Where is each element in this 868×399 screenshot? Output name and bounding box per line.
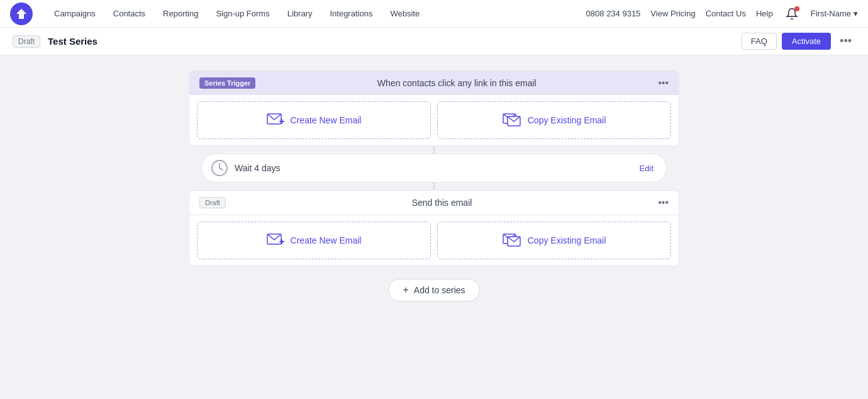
- plus-icon: +: [403, 284, 408, 296]
- trigger-more-button[interactable]: •••: [658, 77, 669, 89]
- draft-actions: Create New Email Copy Existing Email: [189, 215, 679, 266]
- create-new-email-label: Create New Email: [291, 115, 362, 125]
- trigger-card-header: Series Trigger When contacts click any l…: [189, 71, 679, 95]
- wait-bubble: Wait 4 days Edit: [201, 154, 667, 183]
- trigger-copy-existing-email-button[interactable]: Copy Existing Email: [437, 101, 671, 139]
- create-email-icon: [267, 113, 284, 127]
- nav-contact-us[interactable]: Contact Us: [706, 9, 746, 18]
- nav-link-reporting[interactable]: Reporting: [154, 0, 207, 28]
- nav-help[interactable]: Help: [756, 9, 773, 18]
- wait-edit-button[interactable]: Edit: [640, 164, 654, 173]
- draft-card-badge: Draft: [199, 197, 226, 208]
- copy-email-icon: [503, 113, 521, 127]
- trigger-card: Series Trigger When contacts click any l…: [189, 70, 679, 146]
- send-email-text: Send this email: [233, 198, 650, 208]
- draft-card-header: Draft Send this email •••: [189, 191, 679, 215]
- wait-text: Wait 4 days: [235, 163, 633, 173]
- nav-link-integrations[interactable]: Integrations: [321, 0, 381, 28]
- main-nav: Campaigns Contacts Reporting Sign-up For…: [0, 0, 868, 28]
- nav-phone: 0808 234 9315: [586, 9, 641, 18]
- nav-link-website[interactable]: Website: [381, 0, 428, 28]
- draft-create-email-icon: [267, 233, 284, 247]
- add-to-series-row: + Add to series: [388, 266, 479, 308]
- wait-block: Wait 4 days Edit: [189, 146, 679, 190]
- add-to-series-label: Add to series: [414, 285, 465, 295]
- trigger-description: When contacts click any link in this ema…: [263, 78, 650, 88]
- clock-icon: [211, 159, 228, 177]
- trigger-actions: Create New Email Copy Existing Email: [189, 95, 679, 145]
- draft-send-card: Draft Send this email ••• Create New Ema…: [189, 190, 679, 266]
- add-to-series-button[interactable]: + Add to series: [388, 279, 479, 301]
- series-title: Test Series: [48, 36, 97, 47]
- activate-button[interactable]: Activate: [782, 33, 831, 50]
- nav-user[interactable]: First-Name ▾: [811, 9, 858, 18]
- subheader-right: FAQ Activate •••: [742, 32, 855, 50]
- subheader: Draft Test Series FAQ Activate •••: [0, 28, 868, 55]
- draft-copy-existing-email-button[interactable]: Copy Existing Email: [437, 222, 671, 259]
- nav-links: Campaigns Contacts Reporting Sign-up For…: [45, 0, 586, 28]
- notification-dot: [794, 6, 799, 11]
- draft-copy-existing-email-label: Copy Existing Email: [528, 235, 606, 245]
- draft-create-new-email-label: Create New Email: [291, 235, 362, 245]
- nav-link-signup-forms[interactable]: Sign-up Forms: [207, 0, 278, 28]
- draft-more-button[interactable]: •••: [658, 197, 669, 208]
- series-trigger-badge: Series Trigger: [199, 77, 255, 89]
- nav-link-campaigns[interactable]: Campaigns: [45, 0, 104, 28]
- nav-right: 0808 234 9315 View Pricing Contact Us He…: [586, 5, 858, 23]
- copy-existing-email-label: Copy Existing Email: [528, 115, 606, 125]
- nav-link-library[interactable]: Library: [279, 0, 321, 28]
- draft-copy-email-icon: [503, 233, 521, 247]
- draft-badge: Draft: [13, 35, 40, 48]
- main-content: Series Trigger When contacts click any l…: [0, 55, 868, 323]
- notification-bell[interactable]: [783, 5, 801, 23]
- draft-create-new-email-button[interactable]: Create New Email: [197, 222, 431, 259]
- nav-link-contacts[interactable]: Contacts: [104, 0, 154, 28]
- trigger-create-new-email-button[interactable]: Create New Email: [197, 101, 431, 139]
- faq-button[interactable]: FAQ: [742, 33, 777, 50]
- logo[interactable]: [10, 3, 33, 25]
- nav-view-pricing[interactable]: View Pricing: [650, 9, 695, 18]
- subheader-more-button[interactable]: •••: [836, 32, 855, 50]
